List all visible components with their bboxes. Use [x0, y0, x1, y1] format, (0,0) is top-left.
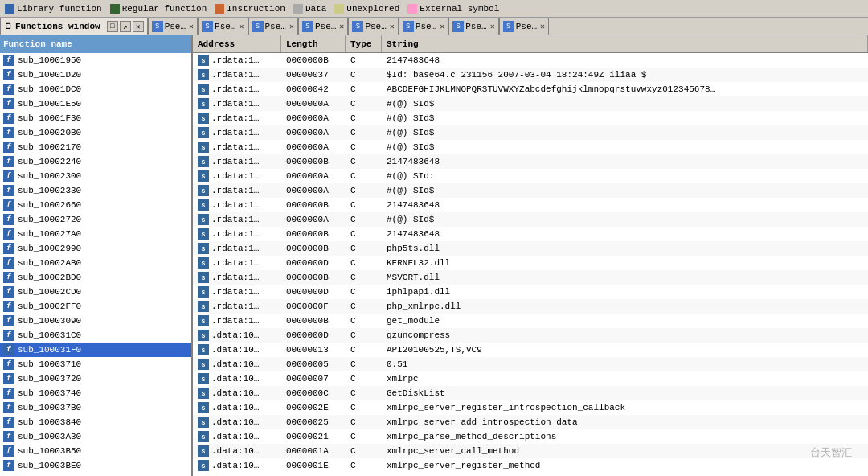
- func-item-23[interactable]: fsub_10003740: [0, 386, 191, 400]
- tab-functions-window[interactable]: 🗒 Functions window □ ↗ ✕: [0, 18, 148, 35]
- table-row-12[interactable]: S.rdata:1…0000000BC2147483648: [193, 227, 868, 241]
- table-row-13[interactable]: S.rdata:1…0000000BCphp5ts.dll: [193, 241, 868, 256]
- func-item-24[interactable]: fsub_100037B0: [0, 400, 191, 415]
- table-row-6[interactable]: S.rdata:1…0000000AC#(@) $Id$: [193, 140, 868, 154]
- tab-pse-8-close[interactable]: ✕: [540, 22, 545, 31]
- func-item-9[interactable]: fsub_10002330: [0, 183, 191, 198]
- table-row-25[interactable]: S.data:10…00000025Cxmlrpc_server_add_int…: [193, 415, 868, 429]
- table-row-9[interactable]: S.rdata:1…0000000AC#(@) $Id$: [193, 183, 868, 198]
- func-item-19[interactable]: fsub_100031C0: [0, 328, 191, 343]
- table-row-1[interactable]: S.rdata:1…00000037C$Id: base64.c 231156 …: [193, 68, 868, 82]
- table-row-18[interactable]: S.rdata:1…0000000BCget_module: [193, 314, 868, 328]
- table-row-8[interactable]: S.rdata:1…0000000AC#(@) $Id:: [193, 169, 868, 183]
- table-row-10[interactable]: S.rdata:1…0000000BC2147483648: [193, 198, 868, 212]
- table-row-14[interactable]: S.rdata:1…0000000DCKERNEL32.dll: [193, 256, 868, 270]
- func-item-27[interactable]: fsub_10003B50: [0, 444, 191, 458]
- table-row-27[interactable]: S.data:10…0000001ACxmlrpc_server_call_me…: [193, 444, 868, 458]
- table-row-17[interactable]: S.rdata:1…0000000FCphp_xmlrpc.dll: [193, 299, 868, 314]
- func-icon-3: f: [3, 98, 14, 109]
- tab-pse-8[interactable]: S Pse… ✕: [499, 18, 549, 35]
- col-header-address[interactable]: Address: [193, 35, 281, 52]
- functions-list[interactable]: fsub_10001950fsub_10001D20fsub_10001DC0f…: [0, 53, 191, 476]
- func-item-2[interactable]: fsub_10001DC0: [0, 82, 191, 96]
- tab-pse-7-close[interactable]: ✕: [490, 22, 495, 31]
- func-item-3[interactable]: fsub_10001E50: [0, 96, 191, 111]
- close-button[interactable]: ✕: [133, 21, 144, 32]
- tab-pse-2[interactable]: S Pse… ✕: [198, 18, 248, 35]
- tab-pse-5[interactable]: S Pse… ✕: [348, 18, 398, 35]
- table-row-3[interactable]: S.rdata:1…0000000AC#(@) $Id$: [193, 96, 868, 111]
- table-row-11[interactable]: S.rdata:1…0000000AC#(@) $Id$: [193, 212, 868, 227]
- col-header-string[interactable]: String: [382, 35, 868, 52]
- func-item-7[interactable]: fsub_10002240: [0, 154, 191, 169]
- tab-pse-6[interactable]: S Pse… ✕: [399, 18, 448, 35]
- table-row-5[interactable]: S.rdata:1…0000000AC#(@) $Id$: [193, 125, 868, 140]
- func-item-22[interactable]: fsub_10003720: [0, 371, 191, 386]
- func-item-6[interactable]: fsub_10002170: [0, 140, 191, 154]
- func-item-25[interactable]: fsub_10003840: [0, 415, 191, 429]
- func-name-26: sub_10003A30: [18, 432, 81, 441]
- tab-pse-4-close[interactable]: ✕: [339, 22, 344, 31]
- table-row-19[interactable]: S.data:10…0000000DCgzuncompress: [193, 328, 868, 343]
- func-icon-12: f: [3, 228, 14, 240]
- func-item-8[interactable]: fsub_10002300: [0, 169, 191, 183]
- func-item-21[interactable]: fsub_10003710: [0, 357, 191, 371]
- func-item-28[interactable]: fsub_10003BE0: [0, 458, 191, 473]
- func-item-18[interactable]: fsub_10003090: [0, 314, 191, 328]
- tab-pse-6-close[interactable]: ✕: [440, 22, 444, 31]
- func-name-27: sub_10003B50: [18, 446, 81, 456]
- table-row-2[interactable]: S.rdata:1…00000042CABCDEFGHIJKLMNOPQRSTU…: [193, 82, 868, 96]
- func-item-1[interactable]: fsub_10001D20: [0, 68, 191, 82]
- table-row-15[interactable]: S.rdata:1…0000000BCMSVCRT.dll: [193, 270, 868, 285]
- cell-type-10: C: [346, 198, 382, 212]
- table-row-4[interactable]: S.rdata:1…0000000AC#(@) $Id$: [193, 111, 868, 125]
- tab-pse-4[interactable]: S Pse… ✕: [298, 18, 348, 35]
- tab-pse-2-close[interactable]: ✕: [239, 22, 244, 31]
- col-header-type[interactable]: Type: [346, 35, 382, 52]
- func-item-12[interactable]: fsub_100027A0: [0, 227, 191, 241]
- func-name-20: sub_100031F0: [18, 345, 81, 355]
- table-row-16[interactable]: S.rdata:1…0000000DCiphlpapi.dll: [193, 285, 868, 299]
- tab-pse-1[interactable]: S Pse… ✕: [148, 18, 198, 35]
- restore-button[interactable]: ↗: [120, 21, 131, 32]
- tab-pse-1-close[interactable]: ✕: [189, 22, 194, 31]
- table-row-23[interactable]: S.data:10…0000000CCGetDiskList: [193, 386, 868, 400]
- func-name-6: sub_10002170: [18, 142, 81, 152]
- cell-len-7: 0000000B: [281, 154, 346, 169]
- string-table-body[interactable]: S.rdata:1…0000000BC2147483648S.rdata:1…0…: [193, 53, 868, 476]
- func-item-14[interactable]: fsub_10002AB0: [0, 256, 191, 270]
- func-item-15[interactable]: fsub_10002BD0: [0, 270, 191, 285]
- table-row-20[interactable]: S.data:10…00000013CAPI20100525,TS,VC9: [193, 343, 868, 357]
- cell-len-23: 0000000C: [281, 386, 346, 400]
- func-item-0[interactable]: fsub_10001950: [0, 53, 191, 68]
- table-row-24[interactable]: S.data:10…0000002ECxmlrpc_server_registe…: [193, 400, 868, 415]
- minimize-button[interactable]: □: [107, 21, 118, 32]
- addr-text-14: .rdata:1…: [211, 258, 259, 268]
- func-item-16[interactable]: fsub_10002CD0: [0, 285, 191, 299]
- func-item-5[interactable]: fsub_100020B0: [0, 125, 191, 140]
- tab-pse-3-close[interactable]: ✕: [289, 22, 294, 31]
- func-item-17[interactable]: fsub_10002FF0: [0, 299, 191, 314]
- func-icon-25: f: [3, 416, 14, 428]
- func-item-26[interactable]: fsub_10003A30: [0, 429, 191, 444]
- func-item-13[interactable]: fsub_10002990: [0, 241, 191, 256]
- func-item-20[interactable]: fsub_100031F0: [0, 343, 191, 357]
- string-table-panel: Address Length Type String S.rdata:1…000…: [193, 35, 868, 476]
- func-item-11[interactable]: fsub_10002720: [0, 212, 191, 227]
- cell-str-28: xmlrpc_server_register_method: [382, 458, 868, 473]
- table-row-28[interactable]: S.data:10…0000001ECxmlrpc_server_registe…: [193, 458, 868, 473]
- cell-type-20: C: [346, 343, 382, 357]
- tab-pse-5-close[interactable]: ✕: [390, 22, 395, 31]
- addr-text-16: .rdata:1…: [211, 287, 259, 297]
- func-item-10[interactable]: fsub_10002660: [0, 198, 191, 212]
- table-row-26[interactable]: S.data:10…00000021Cxmlrpc_parse_method_d…: [193, 429, 868, 444]
- tab-pse-7[interactable]: S Pse… ✕: [448, 18, 498, 35]
- func-item-4[interactable]: fsub_10001F30: [0, 111, 191, 125]
- table-row-22[interactable]: S.data:10…00000007Cxmlrpc: [193, 371, 868, 386]
- tab-pse-3[interactable]: S Pse… ✕: [248, 18, 298, 35]
- col-header-length[interactable]: Length: [281, 35, 346, 52]
- table-row-21[interactable]: S.data:10…00000005C0.51: [193, 357, 868, 371]
- table-row-7[interactable]: S.rdata:1…0000000BC2147483648: [193, 154, 868, 169]
- table-row-0[interactable]: S.rdata:1…0000000BC2147483648: [193, 53, 868, 68]
- addr-icon-13: S: [198, 243, 209, 254]
